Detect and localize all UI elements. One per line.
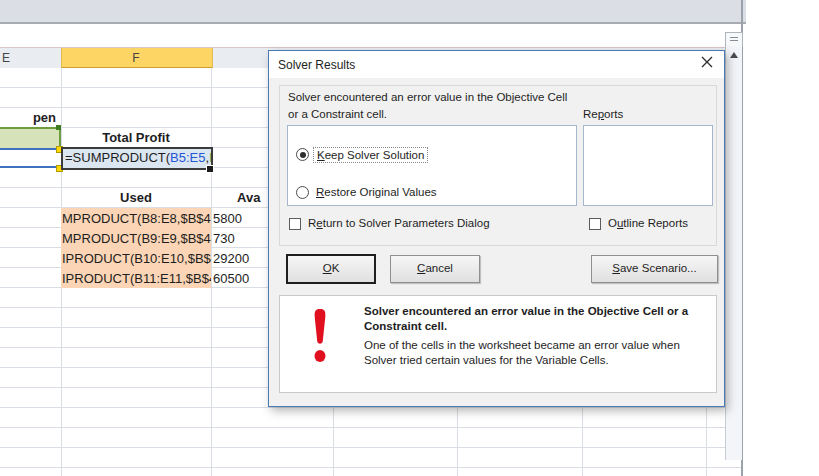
excel-window: E F pen Total Profit =SUMPRODUCT(B5:E5,B…: [0, 0, 819, 476]
solver-results-dialog: Solver Results Solver encountered an err…: [268, 50, 725, 407]
radio-keep-solver-solution[interactable]: [296, 148, 309, 161]
error-exclamation-icon: [308, 307, 332, 367]
formula-prefix: =SUMPRODUCT(: [65, 150, 170, 165]
dialog-title: Solver Results: [278, 58, 355, 72]
triangle-up-icon: [730, 52, 738, 58]
checkbox-outline-label[interactable]: Outline Reports: [608, 217, 688, 229]
used-value: 5800: [213, 211, 242, 226]
used-column-header: Used: [61, 190, 211, 205]
formula-ref1: B5:E5: [170, 150, 205, 165]
scroll-up-button[interactable]: [725, 46, 742, 64]
fill-handle[interactable]: [206, 165, 214, 173]
variable-cell-highlight[interactable]: [0, 127, 61, 148]
radio-restore-original-values-label[interactable]: Restore Original Values: [316, 186, 437, 198]
available-column-header-fragment: Ava: [237, 190, 260, 205]
error-heading-line1: Solver encountered an error value in the…: [364, 304, 688, 319]
radio-keep-solver-solution-label[interactable]: Keep Solver Solution: [313, 147, 428, 163]
formula-edit-cell[interactable]: =SUMPRODUCT(B5:E5,B4: [61, 147, 213, 170]
constraint-cell[interactable]: MPRODUCT(B8:E8,$B$4:$: [61, 208, 211, 228]
constraint-cell[interactable]: MPRODUCT(B9:E9,$B$4:$: [61, 228, 211, 248]
vertical-scrollbar-track[interactable]: [725, 64, 742, 460]
column-header-e-label[interactable]: E: [0, 51, 12, 65]
save-scenario-button[interactable]: Save Scenario...: [591, 255, 718, 283]
used-value: 60500: [213, 271, 249, 286]
dialog-message-line2: or a Constraint cell.: [288, 108, 387, 120]
ok-button[interactable]: OK: [287, 255, 375, 283]
cancel-button[interactable]: Cancel: [390, 255, 480, 283]
checkbox-return-label[interactable]: Return to Solver Parameters Dialog: [308, 217, 490, 229]
error-heading-line2: Constraint cell.: [364, 319, 688, 334]
cell-label-pen-fragment: pen: [0, 110, 56, 125]
total-profit-label: Total Profit: [61, 130, 211, 145]
constraint-formula-fragment: IPRODUCT(B10:E10,$B$4:: [61, 249, 211, 266]
reports-listbox[interactable]: [583, 125, 713, 206]
radio-restore-original-values[interactable]: [296, 186, 309, 199]
used-value: 730: [213, 231, 235, 246]
radio-selected-dot: [300, 152, 306, 158]
checkbox-outline-reports[interactable]: [589, 218, 601, 230]
dialog-titlebar[interactable]: Solver Results: [269, 51, 724, 78]
error-body-line1: One of the cells in the worksheet became…: [364, 338, 680, 353]
constraint-formula-fragment: MPRODUCT(B8:E8,$B$4:$: [61, 209, 211, 226]
scrollbar-split-box[interactable]: [725, 32, 743, 47]
constraint-formula-fragment: MPRODUCT(B9:E9,$B$4:$: [61, 229, 211, 246]
used-value: 29200: [213, 251, 249, 266]
reports-label: Reports: [583, 108, 623, 120]
formula-ref2: B4: [209, 150, 213, 165]
column-header-f-label: F: [61, 51, 211, 65]
gridline: [211, 68, 212, 476]
checkbox-return-to-solver-parameters[interactable]: [289, 218, 301, 230]
constraint-cell[interactable]: IPRODUCT(B11:E11,$B$4:: [61, 268, 211, 288]
formula-bar[interactable]: [0, 24, 743, 48]
error-description-box: Solver encountered an error value in the…: [279, 295, 717, 393]
ribbon-bottom-strip: [0, 0, 746, 24]
close-icon[interactable]: [696, 56, 718, 74]
constraint-cell[interactable]: IPRODUCT(B10:E10,$B$4:: [61, 248, 211, 268]
dialog-message-line1: Solver encountered an error value in the…: [288, 91, 567, 103]
constraint-formula-fragment: IPRODUCT(B11:E11,$B$4:: [61, 269, 211, 286]
error-body-line2: Solver tried certain values for the Vari…: [364, 353, 680, 368]
blue-range-cell[interactable]: [0, 148, 61, 168]
